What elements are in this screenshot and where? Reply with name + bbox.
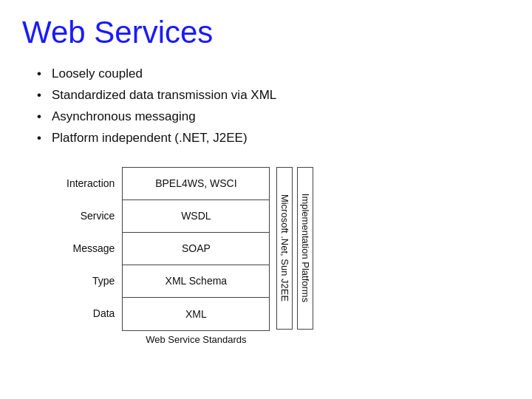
side-label-microsoft: Microsoft .Net, Sun J2EE [279, 194, 290, 301]
row-label-data: Data [66, 297, 115, 330]
side-label-platforms-container: Implementation Platforms [295, 167, 316, 330]
bullet-item-4: Platform independent (.NET, J2EE) [37, 128, 510, 149]
row-label-service: Service [66, 200, 115, 232]
page-container: Web Services Loosely coupled Standardize… [0, 0, 532, 399]
standards-table: BPEL4WS, WSCI WSDL SOAP XML Schema XML [122, 167, 270, 331]
table-caption: Web Service Standards [122, 334, 270, 345]
row-soap: SOAP [123, 233, 269, 265]
row-xml: XML [123, 298, 269, 330]
bullet-list: Loosely coupled Standardized data transm… [37, 64, 510, 149]
side-label-microsoft-container: Microsoft .Net, Sun J2EE [274, 167, 295, 330]
row-label-type: Type [66, 265, 115, 297]
standards-table-container: BPEL4WS, WSCI WSDL SOAP XML Schema XML W… [122, 167, 270, 345]
side-labels: Microsoft .Net, Sun J2EE Implementation … [274, 167, 316, 330]
row-wsdl: WSDL [123, 200, 269, 233]
bullet-item-1: Loosely coupled [37, 64, 510, 85]
row-bpel: BPEL4WS, WSCI [123, 168, 269, 200]
bullet-item-3: Asynchronous messaging [37, 106, 510, 128]
diagram-area: Interaction Service Message Type Data BP… [66, 167, 510, 345]
bullet-item-2: Standardized data transmission via XML [37, 85, 510, 106]
row-labels: Interaction Service Message Type Data [66, 167, 115, 330]
row-label-interaction: Interaction [66, 167, 115, 200]
side-label-platforms: Implementation Platforms [300, 194, 311, 302]
row-label-message: Message [66, 232, 115, 265]
row-xml-schema: XML Schema [123, 265, 269, 298]
page-title: Web Services [22, 15, 510, 50]
